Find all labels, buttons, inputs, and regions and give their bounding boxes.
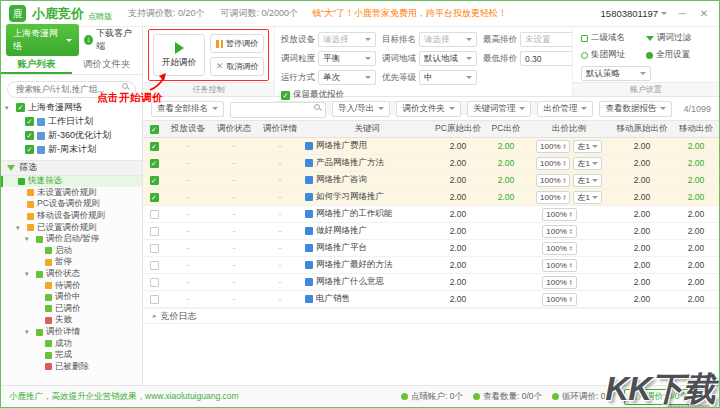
keyword-manage-button[interactable]: 关键词管理 — [467, 101, 532, 117]
bid-manage-button[interactable]: 出价管理 — [537, 101, 593, 117]
stepper-icon[interactable]: ▲▼ — [563, 143, 567, 150]
option-group-site[interactable]: 集团网址 — [581, 49, 646, 61]
minimize-button[interactable]: ─ — [675, 8, 689, 19]
filter-tree-item[interactable]: ▾ 启动 — [1, 245, 142, 257]
row-checkbox[interactable] — [150, 193, 159, 202]
column-header[interactable]: PC原始出价 — [431, 123, 485, 135]
filter-tree-item[interactable]: ▾ 快速筛选 — [1, 176, 142, 188]
bid-log-panel[interactable]: ▸ 竞价日志 — [143, 308, 719, 324]
rank-select[interactable]: 左1 — [573, 140, 601, 153]
tree-checkbox[interactable] — [16, 103, 25, 112]
row-checkbox[interactable] — [150, 227, 159, 236]
stepper-icon[interactable]: ▲▼ — [569, 228, 573, 235]
option-word-filter[interactable]: 调词过滤 — [646, 32, 711, 44]
option-global-settings[interactable]: 全用设置 — [646, 49, 711, 61]
stat-account-bid-badge[interactable]: 账户调价: 0/0个 — [624, 389, 693, 405]
table-row[interactable]: - - - 做好网络推广 2.00 100%▲▼ 2.00 2.00 — [143, 223, 719, 240]
ratio-input[interactable]: 100%▲▼ — [536, 157, 570, 170]
setting-select[interactable]: 单次 — [318, 70, 376, 85]
row-checkbox[interactable] — [150, 159, 159, 168]
expand-arrow-icon[interactable]: ▾ — [5, 104, 13, 112]
ratio-input[interactable]: 100%▲▼ — [536, 174, 570, 187]
table-row[interactable]: - - - 网络推广费用 2.00 2.00 100%▲▼ 左1 2.00 2.… — [143, 138, 719, 155]
table-row[interactable]: - - - 网络推广咨询 2.00 2.00 100%▲▼ 左1 2.00 2.… — [143, 172, 719, 189]
price-folder-button[interactable]: 调价文件夹 — [396, 101, 461, 117]
column-header[interactable]: 移动原始出价 — [611, 123, 673, 135]
pause-bid-button[interactable]: 暂停调价 — [210, 34, 264, 53]
filter-tree-item[interactable]: ▾ 暂停 — [1, 257, 142, 269]
table-row[interactable]: - - - 网络推广什么意思 2.00 100%▲▼ 2.00 2.00 — [143, 274, 719, 291]
import-export-button[interactable]: 导入/导出 — [332, 101, 390, 117]
column-header[interactable]: 投放设备 — [165, 123, 211, 135]
table-row[interactable]: - - - 产品网络推广方法 2.00 2.00 100%▲▼ 左1 2.00 … — [143, 155, 719, 172]
stepper-icon[interactable]: ▲▼ — [569, 262, 573, 269]
filter-tree-item[interactable]: ▾ 未设置调价规则 — [1, 187, 142, 199]
ratio-input[interactable]: 100%▲▼ — [542, 225, 576, 238]
column-header[interactable]: 出价比例 — [527, 123, 611, 135]
filter-tree-item[interactable]: ▾ PC设备调价规则 — [1, 199, 142, 211]
rank-select[interactable]: 左1 — [573, 157, 601, 170]
filter-tree-item[interactable]: ▾ 已被删除 — [1, 361, 142, 373]
account-tree-item[interactable]: ▾ 新-周末计划 — [1, 143, 142, 157]
filter-tree-item[interactable]: ▾ 失败 — [1, 315, 142, 327]
rank-select[interactable]: 左1 — [573, 174, 601, 187]
setting-select[interactable]: 未设置 — [520, 32, 572, 47]
chevron-up-icon[interactable] — [703, 395, 711, 399]
stepper-icon[interactable]: ▲▼ — [563, 194, 567, 201]
ratio-input[interactable]: 100%▲▼ — [536, 140, 570, 153]
option-subdomain[interactable]: 二级域名 — [581, 32, 646, 44]
account-tree-item[interactable]: ▾ 工作日计划 — [1, 115, 142, 129]
cancel-bid-button[interactable]: ✕ 取消调价 — [210, 57, 264, 76]
filter-tree-item[interactable]: ▾ 调价状态 — [1, 268, 142, 280]
stepper-icon[interactable]: ▲▼ — [569, 279, 573, 286]
row-checkbox[interactable] — [150, 278, 159, 287]
filter-tree-item[interactable]: ▾ 调价中 — [1, 291, 142, 303]
row-checkbox[interactable] — [150, 142, 159, 151]
filter-tree-item[interactable]: ▾ 已设置调价规则 — [1, 222, 142, 234]
tab-account-list[interactable]: 账户列表 — [1, 53, 72, 74]
tab-price-folder[interactable]: 调价文件夹 — [72, 53, 143, 74]
filter-tree-item[interactable]: ▾ 完成 — [1, 349, 142, 361]
start-bid-button[interactable]: 开始调价 — [153, 34, 205, 76]
filter-tree-item[interactable]: ▾ 调价详情 — [1, 326, 142, 338]
row-checkbox[interactable] — [150, 261, 159, 270]
stepper-icon[interactable]: ▲▼ — [563, 160, 567, 167]
filter-tree-item[interactable]: ▾ 调价启动/暂停 — [1, 233, 142, 245]
stepper-icon[interactable]: ▲▼ — [569, 211, 573, 218]
stepper-icon[interactable]: ▲▼ — [569, 245, 573, 252]
setting-select[interactable]: 中 — [419, 70, 477, 85]
filter-tree-item[interactable]: ▾ 待调价 — [1, 280, 142, 292]
expand-arrow-icon[interactable]: ▾ — [25, 328, 33, 336]
row-checkbox[interactable] — [150, 244, 159, 253]
rank-select[interactable]: 左1 — [573, 191, 601, 204]
ratio-input[interactable]: 100%▲▼ — [536, 191, 570, 204]
data-report-button[interactable]: 查看数据报告 — [599, 101, 672, 117]
expand-arrow-icon[interactable]: ▾ — [16, 224, 24, 232]
column-header[interactable]: 移动出价 — [673, 123, 719, 135]
stepper-icon[interactable]: ▲▼ — [563, 177, 567, 184]
expand-arrow-icon[interactable]: ▾ — [25, 270, 33, 278]
download-client-button[interactable]: ↓下载客户端 — [84, 27, 137, 53]
table-row[interactable]: - - - 网络推广的工作职能 2.00 100%▲▼ 2.00 2.00 — [143, 206, 719, 223]
default-strategy-select[interactable]: 默认策略 — [581, 66, 651, 81]
setting-select[interactable]: 请选择 — [419, 32, 477, 47]
footer-promo-link[interactable]: 小鹿推广，高效提升企业营销效果，www.xiaolutuiguang.com — [9, 391, 239, 403]
filter-tree-item[interactable]: ▾ 成功 — [1, 338, 142, 350]
row-checkbox[interactable] — [150, 176, 159, 185]
ratio-input[interactable]: 100%▲▼ — [542, 208, 576, 221]
column-header[interactable]: 关键词 — [303, 123, 431, 135]
row-checkbox[interactable] — [150, 210, 159, 219]
ratio-input[interactable]: 100%▲▼ — [542, 242, 576, 255]
ratio-input[interactable]: 100%▲▼ — [542, 276, 576, 289]
phone-number[interactable]: 15803801197 — [601, 8, 667, 19]
keyword-search-input[interactable] — [230, 102, 326, 118]
ratio-input[interactable]: 100%▲▼ — [542, 259, 576, 272]
filter-tree-item[interactable]: ▾ 移动设备调价规则 — [1, 210, 142, 222]
row-checkbox[interactable] — [150, 295, 159, 304]
tree-checkbox[interactable] — [25, 117, 34, 126]
setting-select[interactable]: 请选择 — [318, 32, 376, 47]
setting-select[interactable]: 默认地域 — [419, 51, 477, 66]
setting-select[interactable]: 平衡 — [318, 51, 376, 66]
account-tree-item[interactable]: ▾ 新-360优化计划 — [1, 129, 142, 143]
column-header[interactable]: 调价状态 — [211, 123, 257, 135]
